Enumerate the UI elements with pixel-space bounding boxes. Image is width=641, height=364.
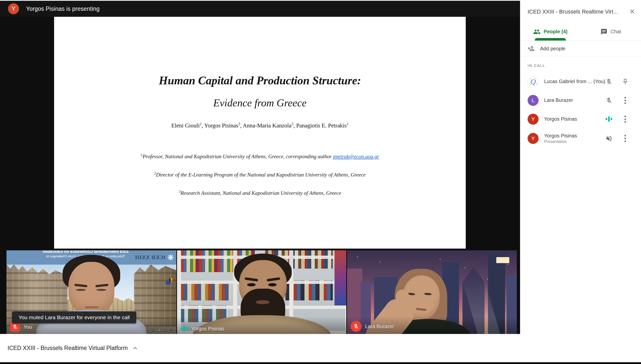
speaking-indicator-icon — [603, 116, 614, 122]
eu-flag — [166, 281, 171, 285]
video-tile-lara[interactable]: Lara Burazer — [347, 250, 517, 334]
bottom-bar: ICED XXIII - Brussels Realtime Virtual P… — [0, 334, 641, 362]
avatar-lara: L — [528, 95, 539, 106]
chat-icon — [600, 28, 607, 35]
active-tab-indicator — [535, 38, 566, 41]
presenter-avatar: Y — [8, 3, 19, 14]
pin-icon — [622, 78, 628, 85]
more-vert-icon — [624, 97, 626, 104]
side-panel: ICED XXIII - Brussels Realtime Virt... P… — [520, 1, 641, 334]
belgian-flag — [169, 278, 174, 282]
tab-chat[interactable]: Chat — [581, 23, 641, 41]
meeting-details-button[interactable]: ICED XXIII - Brussels Realtime Virtual P… — [8, 334, 139, 362]
meeting-title: ICED XXIII - Brussels Realtime Virtual P… — [8, 345, 128, 351]
participant-menu-button[interactable] — [620, 116, 631, 123]
side-panel-title: ICED XXIII - Brussels Realtime Virt... — [528, 9, 625, 15]
author-4: , Panagiotis E. Petrakis — [293, 122, 347, 129]
mic-off-icon — [353, 323, 359, 329]
wall-painting — [335, 250, 346, 305]
add-people-button[interactable]: Add people — [520, 41, 641, 56]
bottom-edge — [0, 362, 641, 364]
slide-footnote-1: 1Professor, National and Kapodistrian Un… — [54, 153, 466, 160]
mic-off-icon — [603, 97, 614, 104]
meet-window: Y Yorgos Pisinas is presenting Human Cap… — [0, 0, 641, 364]
close-panel-button[interactable] — [627, 7, 637, 17]
mic-off-icon — [603, 78, 614, 85]
tile-label-lara: Lara Burazer — [351, 321, 394, 332]
slide-title: Human Capital and Production Structure: — [54, 74, 466, 87]
audio-off-icon — [603, 135, 614, 142]
participant-menu-button[interactable] — [620, 135, 631, 142]
person-add-icon — [528, 45, 535, 52]
pin-participant-button[interactable] — [620, 78, 631, 85]
avatar-yorgos: Y — [528, 114, 539, 125]
participant-name: Yorgos Pisinas — [544, 116, 577, 122]
more-vert-icon — [624, 116, 626, 123]
presenting-banner-text: Yorgos Pisinas is presenting — [26, 6, 100, 12]
participant-row-yorgos[interactable]: Y Yorgos Pisinas — [520, 110, 641, 128]
tile-name-you: You — [24, 324, 32, 330]
author-2: , Yorgos Pisinas — [202, 122, 238, 129]
presenting-banner: Y Yorgos Pisinas is presenting — [0, 1, 520, 17]
tab-people[interactable]: People (4) — [520, 23, 581, 41]
participant-name: Lara Burazer — [544, 97, 573, 103]
side-panel-header: ICED XXIII - Brussels Realtime Virt... — [520, 1, 641, 23]
tile-name-yorgos: Yorgos Pisinas — [191, 326, 224, 332]
slide-subtitle: Evidence from Greece — [54, 97, 466, 109]
chevron-up-icon — [132, 345, 139, 352]
mic-muted-badge — [351, 321, 362, 332]
participant-row-lara[interactable]: L Lara Burazer — [520, 91, 641, 110]
in-call-section-label: IN CALL — [528, 63, 545, 68]
tile-label-yorgos: Yorgos Pisinas — [181, 325, 224, 332]
slide-footnote-2: 2Director of the E-Learning Program of t… — [54, 171, 466, 178]
avatar-yorgos-presentation: Y — [528, 133, 539, 144]
mic-off-icon — [12, 324, 18, 330]
participant-name: Yorgos Pisinas — [544, 133, 577, 139]
tab-chat-label: Chat — [610, 29, 621, 35]
tile-label-you: You — [10, 322, 32, 332]
tile-name-lara: Lara Burazer — [365, 324, 394, 329]
corresponding-author-email-link[interactable]: ppetrak@econ.uoa.gr — [333, 153, 379, 159]
mute-toast: You muted Lara Burazer for everyone in t… — [12, 311, 136, 323]
add-people-label: Add people — [540, 46, 565, 52]
slide-footnote-3: 3Research Assistant, National and Kapodi… — [54, 190, 466, 196]
author-1: Eleni Giouli — [171, 122, 200, 129]
conference-banner-line1: 23rd International Conference on Educati… — [37, 250, 135, 254]
avatar-lucas: Q — [528, 76, 539, 87]
close-icon — [629, 8, 635, 15]
tab-people-label: People (4) — [544, 29, 568, 35]
participant-row-yorgos-presentation[interactable]: Y Yorgos Pisinas Presentation — [520, 128, 641, 148]
people-icon — [533, 28, 541, 36]
presented-slide: Human Capital and Production Structure: … — [54, 17, 466, 249]
panel-tabs: People (4) Chat — [520, 23, 641, 41]
speaking-indicator-icon — [181, 325, 188, 332]
slide-authors: Eleni Giouli2, Yorgos Pisinas3, Anna-Mar… — [54, 122, 466, 129]
participant-row-lucas[interactable]: Q Lucas Gabriel from ... (You) — [520, 72, 641, 91]
participant-menu-button[interactable] — [620, 97, 631, 104]
author-3: , Anna-Maria Kanzola — [240, 122, 291, 129]
more-vert-icon — [624, 135, 626, 142]
participant-subtitle: Presentation — [544, 139, 577, 144]
participant-name: Lucas Gabriel from ... (You) — [544, 79, 605, 84]
video-tile-yorgos[interactable]: Yorgos Pisinas — [177, 250, 346, 334]
mic-muted-badge — [10, 322, 20, 332]
conference-logo-star-icon: ❋ — [168, 254, 174, 261]
